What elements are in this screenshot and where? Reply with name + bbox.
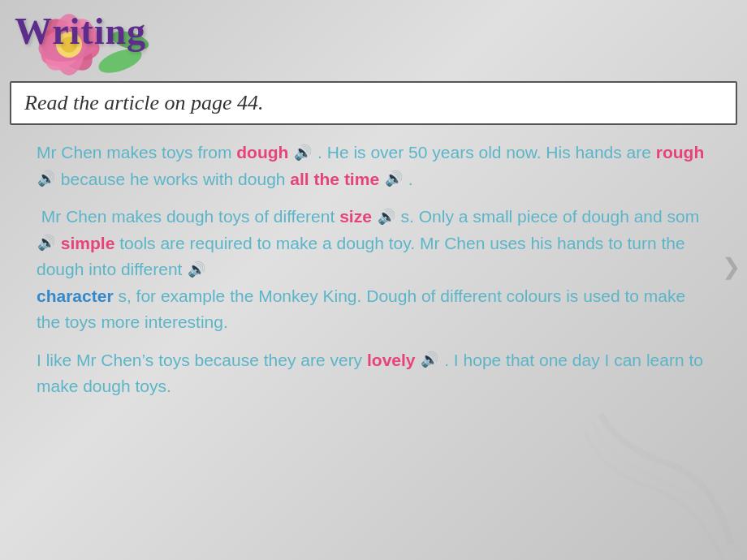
p2-speaker-3[interactable]: 🔊	[188, 259, 205, 282]
header: Writing	[0, 0, 747, 81]
p1-text-1: Mr Chen makes toys from	[37, 143, 236, 162]
p2-text-1: Mr Chen makes dough toys of different	[37, 207, 339, 226]
p3-lovely: lovely	[367, 351, 416, 369]
p2-text-2: s. Only a small piece of dough and som	[401, 207, 700, 226]
p1-text-4: .	[408, 170, 413, 188]
instruction-box: Read the article on page 44.	[10, 81, 737, 125]
p1-text-3: because he works with dough	[61, 170, 291, 188]
p1-rough: rough	[656, 143, 704, 162]
p2-speaker-1[interactable]: 🔊	[378, 206, 395, 229]
p1-speaker-3[interactable]: 🔊	[385, 168, 403, 191]
p1-speaker-2[interactable]: 🔊	[37, 168, 55, 191]
p3-speaker-1[interactable]: 🔊	[421, 349, 438, 372]
p1-text-2: . He is over 50 years old now. His hands…	[317, 143, 656, 162]
p1-all-the-time: all the time	[290, 170, 379, 188]
p2-text-4: s, for example the Monkey King. Dough of…	[37, 286, 685, 332]
paragraph-3: I like Mr Chen’s toys because they are v…	[37, 347, 710, 400]
article-content: Mr Chen makes toys from dough 🔊 . He is …	[37, 140, 710, 400]
p2-text-3: tools are required to make a dough toy. …	[37, 234, 685, 279]
p2-speaker-2[interactable]: 🔊	[37, 232, 55, 255]
next-arrow[interactable]: ❯	[722, 253, 741, 280]
paragraph-2: Mr Chen makes dough toys of different si…	[37, 204, 710, 336]
paragraph-1: Mr Chen makes toys from dough 🔊 . He is …	[37, 140, 710, 192]
p1-dough: dough	[236, 143, 288, 162]
page-title: Writing	[0, 0, 146, 53]
p2-simple: simple	[61, 234, 115, 252]
instruction-text: Read the article on page 44.	[24, 91, 264, 114]
swirl-decoration	[585, 398, 747, 560]
p2-characters: character	[37, 286, 114, 305]
p3-text-1: I like Mr Chen’s toys because they are v…	[37, 351, 367, 369]
p1-speaker-1[interactable]: 🔊	[294, 142, 312, 165]
p2-size: size	[339, 207, 372, 226]
